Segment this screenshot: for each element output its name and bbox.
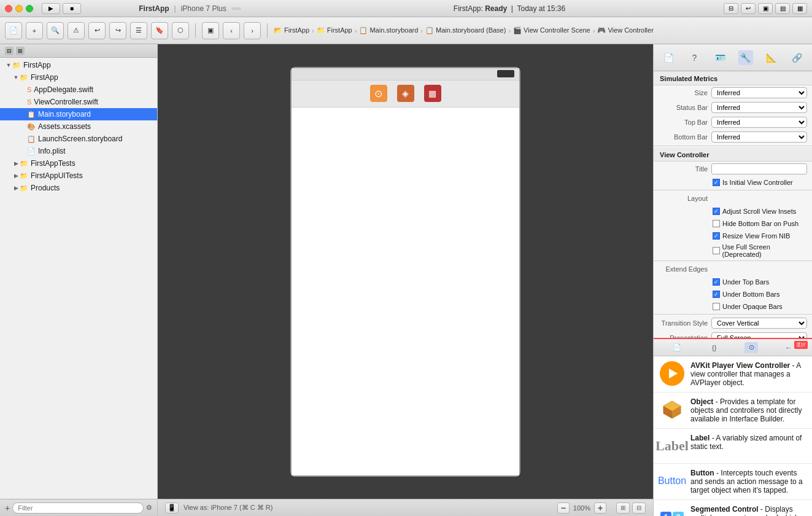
sidebar-item-viewcontroller[interactable]: S ViewController.swift bbox=[0, 96, 157, 108]
adjust-scroll-checkbox[interactable] bbox=[713, 208, 720, 215]
obj-lib-code-btn[interactable]: {} bbox=[708, 342, 721, 353]
sidebar-item-firstappuitests[interactable]: ▶ 📁 FirstAppUITests bbox=[0, 170, 157, 182]
breadcrumb-scene[interactable]: 🎬 View Controller Scene bbox=[513, 26, 590, 34]
connections-inspector-btn[interactable]: 🔗 bbox=[789, 50, 804, 65]
iphone-status-bar bbox=[292, 68, 519, 80]
is-initial-label: Is Initial View Controller bbox=[722, 179, 793, 186]
hide-bottom-bar-checkbox[interactable] bbox=[713, 220, 720, 227]
obj-item-object[interactable]: Object - Provides a template for objects… bbox=[654, 393, 812, 429]
breadcrumb-viewcontroller[interactable]: 🎮 View Controller bbox=[597, 26, 653, 34]
breadcrumb-mainstoryboard-base[interactable]: 📋 Main.storyboard (Base) bbox=[425, 26, 506, 34]
obj-item-avkit[interactable]: AVKit Player View Controller - A view co… bbox=[654, 356, 812, 393]
title-label: Title bbox=[659, 165, 708, 173]
sidebar-item-infoplist[interactable]: 📄 Info.plist bbox=[0, 145, 157, 157]
filter-options-icon[interactable]: ⚙ bbox=[146, 504, 152, 512]
obj-lib-arrow-btn[interactable]: ← 選択 bbox=[782, 342, 795, 353]
new-file-button[interactable]: 📄 bbox=[5, 22, 22, 39]
editor-layout-button[interactable]: ▣ bbox=[202, 22, 219, 39]
zoom-out-button[interactable]: − bbox=[557, 502, 570, 514]
breadcrumb-firstapp-2[interactable]: 📁 FirstApp bbox=[317, 26, 352, 34]
sidebar-item-launchscreen[interactable]: 📋 LaunchScreen.storyboard bbox=[0, 133, 157, 145]
iphone-toolbar: ⊙ ◈ ▦ bbox=[292, 80, 519, 108]
layout-toggle-5[interactable]: ▦ bbox=[792, 3, 807, 14]
help-btn[interactable]: ? bbox=[687, 50, 702, 65]
nav-back[interactable]: ‹ bbox=[223, 22, 240, 39]
sidebar-item-firstapp-group[interactable]: ▼ 📁 FirstApp bbox=[0, 59, 157, 71]
chevron-down-icon: ▼ bbox=[5, 62, 12, 68]
sidebar-item-firstapp-folder[interactable]: ▼ 📁 FirstApp bbox=[0, 71, 157, 84]
divider-1 bbox=[654, 146, 812, 146]
breadcrumb-mainstoryboard[interactable]: 📋 Main.storyboard bbox=[359, 26, 418, 34]
presentation-select[interactable]: Full Screen Page Sheet Form Sheet bbox=[711, 332, 807, 338]
status-bar-row: Status Bar Inferred bbox=[654, 100, 812, 115]
under-bottom-bars-checkbox[interactable] bbox=[713, 291, 720, 298]
title-field[interactable] bbox=[711, 163, 807, 174]
canvas-content[interactable]: → ⊙ ◈ ▦ bbox=[158, 44, 653, 499]
under-opaque-bars-checkbox[interactable] bbox=[713, 303, 720, 310]
size-select[interactable]: Inferred bbox=[711, 87, 807, 98]
play-button[interactable]: ▶ bbox=[42, 3, 60, 14]
device-layout-btn[interactable]: 📱 bbox=[165, 502, 179, 514]
use-full-screen-checkbox[interactable] bbox=[713, 247, 720, 254]
plus-icon[interactable]: + bbox=[5, 503, 10, 513]
layout-toggle-1[interactable]: ⊟ bbox=[724, 3, 738, 14]
is-initial-checkbox[interactable] bbox=[713, 179, 720, 186]
sidebar-item-assets[interactable]: 🎨 Assets.xcassets bbox=[0, 120, 157, 133]
undo-button[interactable]: ↩ bbox=[88, 22, 106, 39]
sidebar-filter-input[interactable] bbox=[12, 502, 144, 514]
stop-button[interactable]: ■ bbox=[63, 3, 81, 14]
obj-lib-object-btn[interactable]: ⊙ bbox=[744, 342, 758, 353]
warning-button[interactable]: ⚠ bbox=[68, 22, 85, 39]
layout-toggle-4[interactable]: ▤ bbox=[775, 3, 790, 14]
sidebar: ⊟ ⊞ ▼ 📁 FirstApp ▼ 📁 FirstApp S bbox=[0, 44, 158, 516]
fullscreen-button[interactable] bbox=[26, 5, 33, 12]
layout-btn[interactable]: ⊟ bbox=[632, 502, 646, 514]
fit-btn[interactable]: ⊞ bbox=[616, 502, 630, 514]
sidebar-item-mainstoryboard[interactable]: 📋 Main.storyboard bbox=[0, 108, 157, 120]
sidebar-expand-btn[interactable]: ⊞ bbox=[16, 47, 25, 55]
history-button[interactable]: ☰ bbox=[130, 22, 147, 39]
size-inspector-btn[interactable]: 📐 bbox=[764, 50, 778, 65]
transition-style-select[interactable]: Cover Vertical Flip Horizontal Cross Dis… bbox=[711, 318, 807, 329]
sidebar-collapse-btn[interactable]: ⊟ bbox=[5, 47, 14, 55]
sidebar-item-appdelegate[interactable]: S AppDelegate.swift bbox=[0, 84, 157, 96]
under-opaque-bars-label: Under Opaque Bars bbox=[722, 303, 783, 310]
label-text: Label - A variably sized amount of stati… bbox=[690, 434, 806, 451]
layout-toggle-2[interactable]: ↩ bbox=[741, 3, 756, 14]
extend-edges-header: Extend Edges bbox=[654, 262, 812, 276]
layout-toggle-3[interactable]: ▣ bbox=[758, 3, 773, 14]
scheme-selector[interactable] bbox=[231, 7, 241, 10]
breakpoint-button[interactable]: ⬡ bbox=[172, 22, 189, 39]
avkit-text: AVKit Player View Controller - A view co… bbox=[690, 361, 806, 387]
transition-style-row: Transition Style Cover Vertical Flip Hor… bbox=[654, 316, 812, 330]
obj-item-label[interactable]: Label Label - A variably sized amount of… bbox=[654, 429, 812, 464]
zoom-controls: − 100% + bbox=[557, 502, 606, 514]
zoom-in-button[interactable]: + bbox=[594, 502, 606, 514]
obj-item-segmented[interactable]: 1 2 Segmented Control - Displays multipl… bbox=[654, 500, 812, 516]
resize-nib-checkbox[interactable] bbox=[713, 232, 720, 240]
obj-item-button[interactable]: Button Button - Intercepts touch events … bbox=[654, 464, 812, 500]
identity-inspector-btn[interactable]: 🪪 bbox=[713, 50, 727, 65]
sidebar-item-firstapptests[interactable]: ▶ 📁 FirstAppTests bbox=[0, 157, 157, 170]
label-icon: Label bbox=[660, 434, 684, 458]
bookmark-button[interactable]: 🔖 bbox=[151, 22, 168, 39]
close-button[interactable] bbox=[5, 5, 12, 12]
canvas-area: → ⊙ ◈ ▦ bbox=[158, 44, 653, 516]
search-button[interactable]: 🔍 bbox=[47, 22, 64, 39]
nav-forward[interactable]: › bbox=[244, 22, 261, 39]
file-inspector-btn[interactable]: 📄 bbox=[662, 50, 676, 65]
divider-4 bbox=[654, 314, 812, 315]
add-button[interactable]: + bbox=[26, 22, 43, 39]
status-bar-select[interactable]: Inferred bbox=[711, 102, 807, 113]
iphone-body[interactable] bbox=[292, 108, 519, 475]
attributes-inspector-btn[interactable]: 🔧 bbox=[738, 50, 753, 65]
redo-button[interactable]: ↪ bbox=[109, 22, 126, 39]
breadcrumb-firstapp-1[interactable]: 📂 FirstApp bbox=[274, 26, 309, 34]
top-bar-select[interactable]: Inferred bbox=[711, 117, 807, 128]
bottom-bar-select[interactable]: Inferred bbox=[711, 131, 807, 143]
minimize-button[interactable] bbox=[15, 5, 23, 12]
canvas-footer-right: ⊞ ⊟ bbox=[616, 502, 646, 514]
sidebar-item-products[interactable]: ▶ 📁 Products bbox=[0, 182, 157, 194]
under-top-bars-checkbox[interactable] bbox=[713, 278, 720, 286]
obj-lib-file-btn[interactable]: 📄 bbox=[670, 342, 684, 353]
